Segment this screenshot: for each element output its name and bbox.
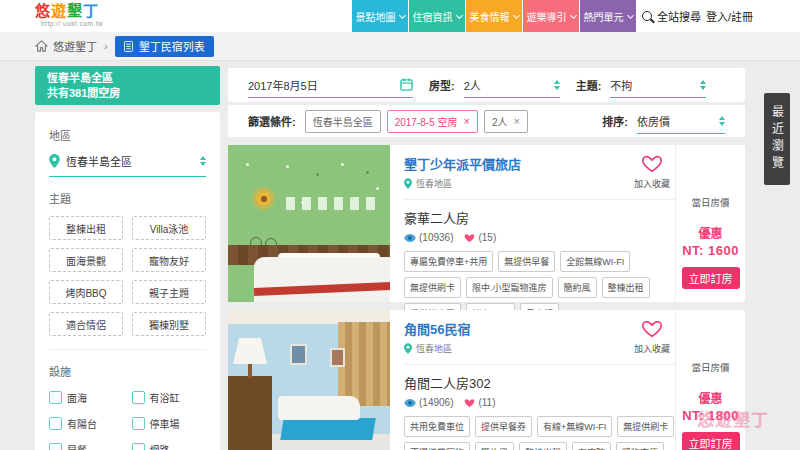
chevron-down-icon [398,11,405,18]
photo-art [254,257,390,302]
region-section-title: 地區 [49,127,206,143]
theme-filter-label: 主題: [576,77,602,93]
add-favorite-label: 加入收藏 [634,342,670,355]
location-pin-icon [49,154,60,168]
checkbox-icon[interactable] [132,443,145,450]
listing-card: 墾丁少年派平價旅店 恆春地區 加入收藏 豪華二人房 (10936) (15) 專… [228,145,745,302]
likes-count: (15) [478,232,496,243]
listing-photo[interactable] [228,310,390,450]
likes-count: (11) [478,397,495,408]
breadcrumb-separator: › [104,40,108,52]
photo-art [246,163,249,166]
site-search-button[interactable]: 全站搜尋 [642,0,701,32]
facility-filter-grid: 面海 有浴缸 有陽台 停車場 早 [49,390,206,450]
amenity-tag: 簡約風 [475,442,514,450]
availability-banner: 恆春半島全區 共有381間空房 [35,66,220,105]
photo-art [228,376,272,450]
listing-photo[interactable] [228,145,390,302]
breadcrumb-current-badge[interactable]: 墾丁民宿列表 [115,36,214,57]
active-filter-tags: 恆春半島全區 2017-8-5 空房 × 2人 × [305,110,528,133]
photo-art [330,348,345,367]
room-name[interactable]: 豪華二人房 [404,208,676,227]
filter-tag-date[interactable]: 2017-8-5 空房 × [387,110,478,133]
amenity-tag: 簡約風 [558,277,597,298]
facility-checkbox-item[interactable]: 有浴缸 [132,390,207,405]
theme-select[interactable]: 不拘 [610,72,706,98]
location-pin-icon [404,343,412,354]
facility-checkbox-item[interactable]: 早餐 [49,442,124,450]
room-type-select[interactable]: 2人 [464,72,560,98]
nav-menu-item[interactable]: 美食情報 [466,0,522,32]
nav-menu-label: 熱門單元 [584,9,624,24]
region-select[interactable]: 恆春半島全區 [49,153,206,177]
checkbox-icon[interactable] [49,417,62,430]
theme-filter-button[interactable]: 獨棟別墅 [132,312,206,336]
theme-filter-button[interactable]: 適合情侶 [49,312,123,336]
facility-label: 有浴缸 [150,390,180,405]
breadcrumb-current-label: 墾丁民宿列表 [139,38,205,54]
amenity-tag: 有庭院 [572,442,611,450]
top-header: 悠遊墾丁 http:// uukt.com.tw 景點地圖 住宿資訊 美食情報 [0,0,800,32]
remove-tag-icon[interactable]: × [463,116,469,126]
login-register-link[interactable]: 登入/註冊 [706,0,753,32]
theme-filter-button[interactable]: 寵物友好 [132,248,206,272]
theme-section-title: 主題 [49,190,206,206]
facility-section-title: 設施 [49,363,206,379]
likes-heart-icon [464,398,475,408]
photo-art [286,197,378,210]
nav-menu-label: 景點地圖 [356,9,396,24]
photo-art [290,344,307,365]
checkbox-icon[interactable] [132,391,145,404]
nav-menu-item[interactable]: 景點地圖 [352,0,408,32]
theme-filter-button[interactable]: Villa泳池 [132,216,206,240]
nav-menu-item[interactable]: 遊樂導引 [523,0,579,32]
book-now-button[interactable]: 立即訂房 [682,267,740,289]
views-eye-icon [404,399,416,407]
views-count: (14906) [419,397,453,408]
filter-tag-guests[interactable]: 2人 × [484,110,528,133]
chevron-down-icon [626,11,633,18]
conditions-label: 篩選條件: [248,113,296,129]
theme-filter-button[interactable]: 整棟出租 [49,216,123,240]
facility-checkbox-item[interactable]: 面海 [49,390,124,405]
chevron-updown-icon [554,80,560,90]
date-picker-field[interactable]: 2017年8月5日 [248,72,413,98]
remove-tag-icon[interactable]: × [513,116,519,126]
filter-tag-region[interactable]: 恆春半島全區 [305,110,381,133]
calendar-icon [400,78,413,91]
facility-checkbox-item[interactable]: 停車場 [132,416,207,431]
checkbox-icon[interactable] [49,443,62,450]
amenity-tag: 全館無線WI-FI [560,251,630,272]
chevron-updown-icon [700,80,706,90]
add-favorite-button[interactable]: 加入收藏 [634,319,670,355]
breadcrumb-home-label: 悠遊墾丁 [53,38,97,54]
sort-select[interactable]: 依房價 [637,108,725,134]
nav-menu-item[interactable]: 住宿資訊 [409,0,465,32]
room-name[interactable]: 角間二人房302 [404,373,676,392]
checkbox-icon[interactable] [49,391,62,404]
top-nav: 景點地圖 住宿資訊 美食情報 遊樂導引 [352,0,636,32]
recently-viewed-tab[interactable]: 最近瀏覽 [764,93,790,185]
site-logo[interactable]: 悠遊墾丁 http:// uukt.com.tw [35,3,145,27]
facility-checkbox-item[interactable]: 網路 [132,442,207,450]
room-type-value: 2人 [464,77,554,93]
book-now-button[interactable]: 立即訂房 [682,432,740,450]
checkbox-icon[interactable] [132,417,145,430]
listing-area-label: 恆春地區 [416,177,452,190]
theme-filter-grid: 整棟出租Villa泳池面海景觀寵物友好烤肉BBQ親子主題適合情侶獨棟別墅 [49,216,206,336]
theme-filter-button[interactable]: 烤肉BBQ [49,280,123,304]
nav-menu-item[interactable]: 熱門單元 [580,0,636,32]
search-icon [642,11,652,21]
amenity-tag: 無提供早餐 [498,251,555,272]
amenity-tag: 不得攜帶寵物 [404,442,470,450]
divider [404,199,676,200]
price-title: 當日房價 [676,195,745,209]
add-favorite-label: 加入收藏 [634,177,670,190]
breadcrumb-home-link[interactable]: 悠遊墾丁 [35,38,97,54]
add-favorite-button[interactable]: 加入收藏 [634,154,670,190]
deal-badge: 優惠 [676,389,745,406]
views-count: (10936) [419,232,453,243]
facility-checkbox-item[interactable]: 有陽台 [49,416,124,431]
theme-filter-button[interactable]: 親子主題 [132,280,206,304]
theme-filter-button[interactable]: 面海景觀 [49,248,123,272]
